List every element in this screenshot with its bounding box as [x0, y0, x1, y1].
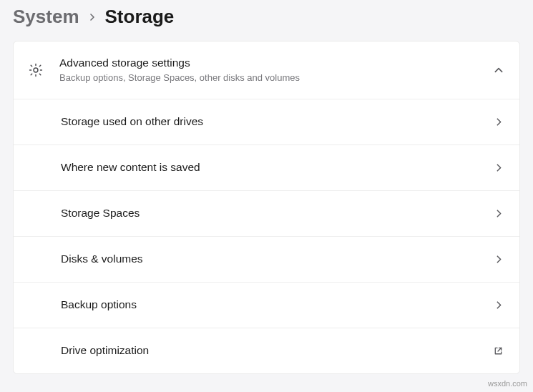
chevron-right-icon [494, 255, 504, 264]
advanced-storage-subtitle: Backup options, Storage Spaces, other di… [59, 72, 494, 84]
item-label: Drive optimization [61, 343, 493, 358]
advanced-storage-title: Advanced storage settings [59, 56, 494, 71]
item-storage-other-drives[interactable]: Storage used on other drives [14, 99, 519, 144]
item-label: Storage Spaces [61, 206, 494, 221]
watermark: wsxdn.com [488, 379, 527, 388]
gear-icon [28, 62, 59, 78]
chevron-right-icon [494, 163, 504, 172]
item-label: Backup options [61, 298, 494, 313]
advanced-storage-card: Advanced storage settings Backup options… [13, 41, 520, 374]
chevron-right-icon [494, 209, 504, 218]
item-storage-spaces[interactable]: Storage Spaces [14, 190, 519, 236]
breadcrumb: System Storage [0, 0, 533, 41]
external-link-icon [493, 346, 504, 356]
item-label: Disks & volumes [61, 252, 494, 267]
page-title: Storage [105, 6, 175, 28]
chevron-right-icon [88, 13, 97, 21]
item-disks-volumes[interactable]: Disks & volumes [14, 236, 519, 282]
advanced-storage-header[interactable]: Advanced storage settings Backup options… [14, 41, 519, 99]
svg-point-0 [34, 68, 38, 72]
item-drive-optimization[interactable]: Drive optimization [14, 328, 519, 373]
item-label: Where new content is saved [61, 160, 494, 175]
chevron-right-icon [494, 300, 504, 310]
item-backup-options[interactable]: Backup options [14, 282, 519, 328]
chevron-right-icon [494, 117, 504, 127]
item-where-new-content[interactable]: Where new content is saved [14, 144, 519, 190]
item-label: Storage used on other drives [61, 114, 494, 129]
breadcrumb-parent-link[interactable]: System [13, 6, 79, 28]
chevron-up-icon [494, 65, 504, 75]
